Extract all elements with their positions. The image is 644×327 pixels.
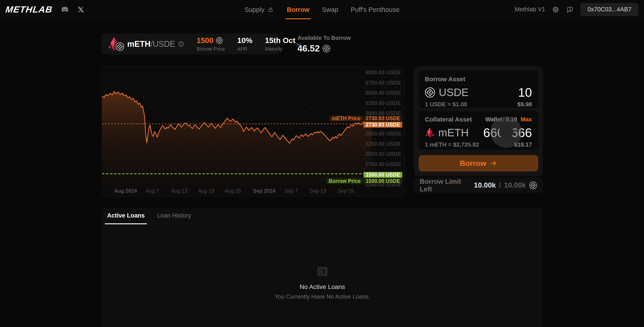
- available-to-borrow-label: Available To Borrow: [298, 35, 351, 41]
- borrow-button[interactable]: Borrow: [418, 155, 538, 171]
- info-icon[interactable]: [178, 40, 184, 48]
- settings-gear-icon[interactable]: [552, 6, 560, 14]
- nav-puffs-penthouse-label: Puff's Penthouse: [350, 6, 399, 14]
- lock-icon: [266, 6, 274, 14]
- borrow-amount-input[interactable]: [487, 85, 532, 100]
- borrow-panel: Borrow Asset USDE 1 USDE = $1.00 $9.98: [414, 66, 543, 176]
- x-axis-tick: Aug 13: [171, 188, 188, 194]
- wallet-address-button[interactable]: 0x70C03...4AB7: [580, 3, 638, 16]
- empty-state-subtitle: You Currently Have No Active Loans.: [274, 293, 370, 300]
- maturity-label: Maturity: [265, 46, 296, 52]
- price-tag-value: 2730.93 USDE: [364, 116, 402, 121]
- apr-label: APR: [237, 46, 252, 52]
- y-axis-tick: 2500.00 USDE: [365, 131, 401, 137]
- tab-active-loans-label: Active Loans: [107, 212, 145, 219]
- borrow-button-label: Borrow: [460, 159, 486, 168]
- x-axis-tick: Aug 25: [225, 188, 241, 194]
- collateral-asset-symbol: mETH: [438, 126, 469, 139]
- usde-token-icon: [116, 42, 124, 51]
- apr-value: 10%: [237, 36, 252, 45]
- pair-quote: /USDE: [150, 39, 175, 49]
- borrow-limit-card: Borrow Limit Left 10.00k / 10.00k: [414, 177, 543, 193]
- nav-supply[interactable]: Supply: [245, 0, 274, 19]
- wallet-balance: Wallet: 0.10: [485, 116, 517, 123]
- nav-swap-label: Swap: [322, 6, 338, 14]
- y-axis-tick: 3250.00 USDE: [365, 100, 401, 106]
- borrow-limit-total: 10.00k: [504, 181, 526, 189]
- y-axis-tick: 2250.00 USDE: [365, 141, 401, 147]
- active-loans-tab-underline: [105, 223, 147, 224]
- y-axis-tick: 2000.00 USDE: [365, 151, 401, 157]
- nav-puffs-penthouse[interactable]: Puff's Penthouse: [350, 0, 399, 19]
- borrow-limit-label: Borrow Limit Left: [420, 178, 474, 193]
- collateral-amount-input[interactable]: [475, 125, 532, 140]
- nav-swap[interactable]: Swap: [322, 0, 338, 19]
- nav-supply-label: Supply: [245, 6, 264, 14]
- methlab-borrow-page: METHLAB Supply: [0, 0, 644, 327]
- feedback-icon[interactable]: [566, 6, 574, 14]
- active-tab-underline: [285, 18, 311, 19]
- empty-state-title: No Active Loans: [300, 283, 345, 290]
- borrow-price-value: 1500: [196, 36, 214, 45]
- usde-token-icon: [425, 87, 435, 98]
- tab-loan-history[interactable]: Loan History: [157, 212, 191, 224]
- x-axis-tick: Sep 7: [284, 188, 298, 194]
- borrow-amount-usd: $9.98: [518, 101, 532, 108]
- x-axis-tick: Sep 19: [338, 188, 354, 194]
- price-tag-label: Borrow Price: [326, 178, 363, 184]
- collateral-amount-usd: $18.17: [514, 141, 532, 148]
- x-axis-tick: Sep 13: [310, 188, 326, 194]
- x-twitter-icon[interactable]: [77, 6, 85, 14]
- y-axis-tick: 3750.00 USDE: [365, 80, 401, 86]
- available-to-borrow-value: 46.52: [298, 44, 320, 54]
- nav-borrow-label: Borrow: [287, 6, 310, 14]
- borrow-price-stat: 1500 Borrow Price: [196, 36, 225, 52]
- usde-mini-icon: [322, 45, 330, 53]
- borrow-asset-symbol: USDE: [439, 86, 468, 99]
- maturity-stat: 15th Oct Maturity: [265, 36, 296, 52]
- apr-stat: 10% APR: [237, 36, 252, 52]
- borrow-asset-rate: 1 USDE = $1.00: [425, 101, 467, 108]
- price-tag-value: 1500.00 USDE: [364, 178, 402, 184]
- usde-mini-icon: [529, 181, 537, 189]
- x-axis-tick: Sep 2024: [253, 188, 275, 194]
- pair-base: mETH: [127, 39, 150, 49]
- loans-tabs: Active Loans Loan History: [102, 208, 543, 224]
- no-loans-empty-state: No Active Loans You Currently Have No Ac…: [102, 266, 543, 300]
- header-right-controls: Methlab V1 0x70C03...4AB7: [515, 3, 638, 16]
- pair-name: mETH/USDE: [127, 39, 175, 49]
- main-navigation: Supply Borrow Swap Puff's Penthouse: [245, 0, 400, 19]
- collateral-asset-rate: 1 mETH = $2,725.82: [425, 141, 479, 148]
- price-tag-current: 1500.00 USDE: [364, 172, 402, 178]
- borrow-limit-used: 10.00k: [474, 181, 496, 189]
- collateral-asset-label: Collateral Asset: [425, 116, 472, 123]
- y-axis-tick: 4000.00 USDE: [365, 69, 401, 76]
- available-to-borrow: Available To Borrow 46.52: [298, 35, 351, 54]
- market-pair-selector[interactable]: mETH/USDE 1500 Borrow Price 10% APR: [102, 34, 279, 54]
- arrow-right-icon: [490, 160, 497, 167]
- tab-active-loans[interactable]: Active Loans: [107, 212, 145, 224]
- meth-token-icon: [425, 127, 435, 138]
- discord-icon[interactable]: [61, 6, 69, 14]
- loans-section: Active Loans Loan History No Active Loan…: [102, 208, 543, 327]
- tab-loan-history-label: Loan History: [157, 212, 191, 219]
- pair-token-icons: [108, 36, 124, 52]
- x-axis-tick: Aug 19: [198, 188, 214, 194]
- borrow-asset-label: Borrow Asset: [425, 76, 465, 83]
- borrow-asset-card: Borrow Asset USDE 1 USDE = $1.00 $9.98: [418, 71, 538, 108]
- brand-area: METHLAB: [6, 5, 85, 15]
- y-axis-tick: 1750.00 USDE: [365, 161, 401, 167]
- safe-vault-icon: [317, 266, 328, 277]
- x-axis-tick: Aug 7: [146, 188, 159, 194]
- y-axis-tick: 3500.00 USDE: [365, 90, 401, 96]
- max-button[interactable]: Max: [520, 116, 532, 123]
- maturity-value: 15th Oct: [265, 36, 296, 45]
- nav-borrow[interactable]: Borrow: [287, 0, 310, 19]
- version-label: Methlab V1: [515, 6, 546, 13]
- price-tag-current: 2730.93 USDE: [364, 122, 402, 128]
- borrow-price-label: Borrow Price: [196, 46, 225, 52]
- x-axis-tick: Aug 2024: [114, 188, 137, 194]
- price-chart[interactable]: 4000.00 USDE3750.00 USDE3500.00 USDE3250…: [102, 66, 405, 196]
- methlab-logo[interactable]: METHLAB: [5, 5, 53, 15]
- borrow-limit-separator: /: [499, 181, 501, 189]
